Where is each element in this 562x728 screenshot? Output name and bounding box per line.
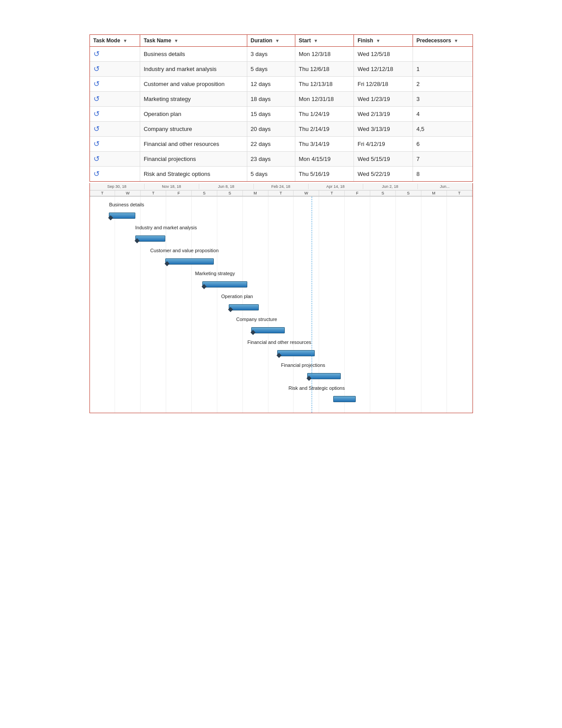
finish-cell: Wed 2/13/19 bbox=[354, 107, 413, 122]
gantt-task-row: Financial and other resources bbox=[94, 338, 468, 361]
gantt-bar bbox=[229, 304, 259, 310]
finish-cell: Fri 12/28/18 bbox=[354, 77, 413, 92]
duration-cell: 5 days bbox=[247, 167, 295, 182]
task-mode-cell: ↺ bbox=[90, 152, 140, 167]
task-mode-icon: ↺ bbox=[93, 170, 100, 178]
start-cell: Mon 12/3/18 bbox=[295, 47, 354, 62]
task-mode-cell: ↺ bbox=[90, 122, 140, 137]
task-mode-icon: ↺ bbox=[93, 125, 100, 133]
start-cell: Thu 5/16/19 bbox=[295, 167, 354, 182]
predecessors-cell: 3 bbox=[413, 92, 472, 107]
start-cell: Thu 12/6/18 bbox=[295, 62, 354, 77]
predecessors-cell bbox=[413, 47, 472, 62]
gantt-task-row: Risk and Strategic options bbox=[94, 384, 468, 407]
gantt-task-label: Company structure bbox=[236, 317, 277, 322]
duration-cell: 23 days bbox=[247, 152, 295, 167]
gantt-weekdays-row: T W T F S S M T W T F S S M T bbox=[90, 190, 473, 196]
gantt-task-row: Customer and value proposition bbox=[94, 246, 468, 269]
col-header-taskmode[interactable]: Task Mode ▼ bbox=[90, 35, 140, 47]
duration-cell: 22 days bbox=[247, 137, 295, 152]
table-row: ↺Financial and other resources22 daysThu… bbox=[90, 137, 473, 152]
gantt-bar bbox=[333, 396, 356, 402]
finish-cell: Wed 1/23/19 bbox=[354, 92, 413, 107]
col-header-predecessors[interactable]: Predecessors ▼ bbox=[413, 35, 472, 47]
gantt-bar bbox=[202, 281, 247, 287]
gantt-task-label: Financial projections bbox=[281, 362, 325, 368]
predecessors-cell: 1 bbox=[413, 62, 472, 77]
gantt-task-row: Operation plan bbox=[94, 292, 468, 315]
task-name-cell: Customer and value proposition bbox=[140, 77, 247, 92]
milestones-table: Task Mode ▼ Task Name ▼ Duration ▼ Start… bbox=[90, 35, 473, 181]
predecessors-cell: 7 bbox=[413, 152, 472, 167]
gantt-bar bbox=[165, 258, 214, 265]
task-mode-icon: ↺ bbox=[93, 80, 100, 88]
task-mode-cell: ↺ bbox=[90, 77, 140, 92]
gantt-task-label: Operation plan bbox=[221, 294, 253, 299]
task-name-cell: Financial projections bbox=[140, 152, 247, 167]
finish-cell: Wed 3/13/19 bbox=[354, 122, 413, 137]
task-mode-icon: ↺ bbox=[93, 110, 100, 118]
gantt-task-label: Marketing strategy bbox=[195, 271, 234, 276]
finish-cell: Fri 4/12/19 bbox=[354, 137, 413, 152]
duration-cell: 20 days bbox=[247, 122, 295, 137]
table-row: ↺Industry and market analysis5 daysThu 1… bbox=[90, 62, 473, 77]
col-header-finish[interactable]: Finish ▼ bbox=[354, 35, 413, 47]
gantt-task-label: Business details bbox=[109, 202, 144, 207]
table-row: ↺Marketing strategy18 daysMon 12/31/18We… bbox=[90, 92, 473, 107]
task-mode-cell: ↺ bbox=[90, 47, 140, 62]
finish-cell: Wed 12/12/18 bbox=[354, 62, 413, 77]
start-cell: Thu 1/24/19 bbox=[295, 107, 354, 122]
gantt-task-row: Industry and market analysis bbox=[94, 223, 468, 246]
gantt-body: Business detailsIndustry and market anal… bbox=[90, 197, 473, 413]
task-name-cell: Company structure bbox=[140, 122, 247, 137]
gantt-task-row: Business details bbox=[94, 200, 468, 223]
gantt-chart: Sep 30, 18 Nov 18, 18 Jun 8, 18 Feb 24, … bbox=[89, 183, 473, 413]
task-mode-cell: ↺ bbox=[90, 167, 140, 182]
col-header-duration[interactable]: Duration ▼ bbox=[247, 35, 295, 47]
finish-cell: Wed 5/22/19 bbox=[354, 167, 413, 182]
task-mode-icon: ↺ bbox=[93, 155, 100, 163]
task-mode-cell: ↺ bbox=[90, 137, 140, 152]
table-row: ↺Business details3 daysMon 12/3/18Wed 12… bbox=[90, 47, 473, 62]
gantt-dates-row: Sep 30, 18 Nov 18, 18 Jun 8, 18 Feb 24, … bbox=[90, 183, 473, 190]
duration-cell: 18 days bbox=[247, 92, 295, 107]
task-mode-icon: ↺ bbox=[93, 50, 100, 58]
predecessors-cell: 6 bbox=[413, 137, 472, 152]
task-name-cell: Operation plan bbox=[140, 107, 247, 122]
gantt-bar bbox=[277, 350, 315, 356]
predecessors-cell: 4,5 bbox=[413, 122, 472, 137]
col-header-start[interactable]: Start ▼ bbox=[295, 35, 354, 47]
predecessors-cell: 2 bbox=[413, 77, 472, 92]
table-row: ↺Company structure20 daysThu 2/14/19Wed … bbox=[90, 122, 473, 137]
gantt-task-row: Financial projections bbox=[94, 361, 468, 384]
start-cell: Thu 3/14/19 bbox=[295, 137, 354, 152]
task-name-cell: Industry and market analysis bbox=[140, 62, 247, 77]
gantt-task-row: Marketing strategy bbox=[94, 269, 468, 292]
task-name-cell: Risk and Strategic options bbox=[140, 167, 247, 182]
task-name-cell: Marketing strategy bbox=[140, 92, 247, 107]
start-cell: Mon 4/15/19 bbox=[295, 152, 354, 167]
gantt-bar bbox=[251, 327, 285, 333]
start-cell: Thu 2/14/19 bbox=[295, 122, 354, 137]
duration-cell: 12 days bbox=[247, 77, 295, 92]
gantt-task-label: Industry and market analysis bbox=[135, 225, 197, 230]
gantt-bar bbox=[307, 373, 341, 379]
table-row: ↺Customer and value proposition12 daysTh… bbox=[90, 77, 473, 92]
gantt-task-row: Company structure bbox=[94, 315, 468, 338]
duration-cell: 3 days bbox=[247, 47, 295, 62]
task-mode-icon: ↺ bbox=[93, 140, 100, 148]
task-mode-cell: ↺ bbox=[90, 62, 140, 77]
gantt-task-label: Customer and value proposition bbox=[150, 248, 219, 253]
duration-cell: 5 days bbox=[247, 62, 295, 77]
gantt-task-label: Risk and Strategic options bbox=[288, 385, 345, 391]
finish-cell: Wed 5/15/19 bbox=[354, 152, 413, 167]
task-mode-icon: ↺ bbox=[93, 65, 100, 73]
table-row: ↺Financial projections23 daysMon 4/15/19… bbox=[90, 152, 473, 167]
start-cell: Thu 12/13/18 bbox=[295, 77, 354, 92]
col-header-taskname[interactable]: Task Name ▼ bbox=[140, 35, 247, 47]
duration-cell: 15 days bbox=[247, 107, 295, 122]
task-mode-cell: ↺ bbox=[90, 92, 140, 107]
gantt-bar bbox=[135, 235, 165, 242]
predecessors-cell: 4 bbox=[413, 107, 472, 122]
table-row: ↺Operation plan15 daysThu 1/24/19Wed 2/1… bbox=[90, 107, 473, 122]
